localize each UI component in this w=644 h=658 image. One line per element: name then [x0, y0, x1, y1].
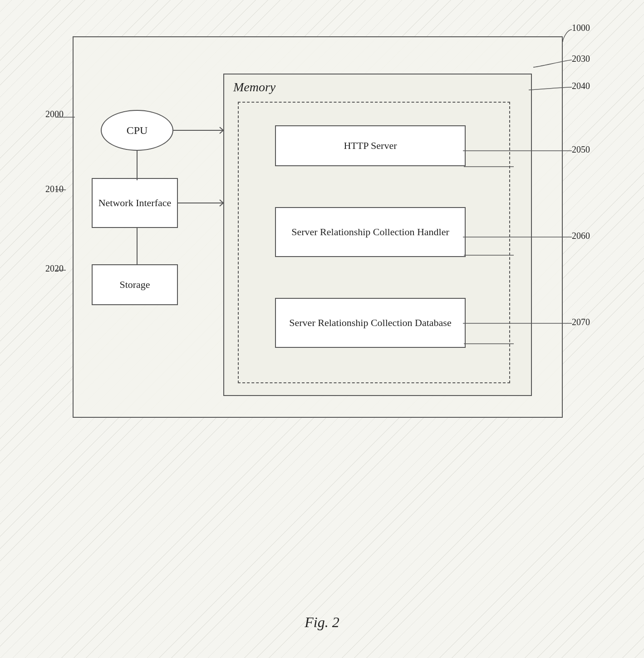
- ref-2040: 2040: [572, 81, 590, 91]
- outer-box-1000: CPU Network Interface Storage Memory HTT…: [73, 36, 563, 418]
- ref-2020: 2020: [45, 263, 64, 274]
- srch-label: Server Relationship Collection Handler: [291, 226, 449, 239]
- srcd-label: Server Relationship Collection Database: [289, 317, 451, 330]
- ref-2010: 2010: [45, 184, 64, 194]
- ref-2050: 2050: [572, 144, 590, 155]
- ref-2030: 2030: [572, 54, 590, 64]
- http-server-label: HTTP Server: [344, 139, 397, 153]
- diagram-container: CPU Network Interface Storage Memory HTT…: [45, 23, 590, 431]
- ref-2070: 2070: [572, 317, 590, 327]
- storage-label: Storage: [119, 279, 150, 291]
- figure-caption: Fig. 2: [305, 614, 339, 631]
- dashed-inner-box-2040: HTTP Server Server Relationship Collecti…: [238, 102, 510, 383]
- cpu-label: CPU: [127, 124, 148, 137]
- network-interface-box: Network Interface: [92, 178, 178, 228]
- cpu-box: CPU: [101, 110, 173, 151]
- memory-label: Memory: [233, 80, 275, 94]
- ref-2000: 2000: [45, 109, 64, 119]
- storage-box: Storage: [92, 264, 178, 305]
- ref-1000: 1000: [572, 23, 590, 33]
- srcd-box: Server Relationship Collection Database: [275, 298, 466, 348]
- memory-box-2030: Memory HTTP Server Server Relationship C…: [223, 74, 532, 396]
- http-server-box: HTTP Server: [275, 125, 466, 166]
- network-interface-label: Network Interface: [98, 197, 172, 210]
- ref-2060: 2060: [572, 231, 590, 241]
- srch-box: Server Relationship Collection Handler: [275, 207, 466, 257]
